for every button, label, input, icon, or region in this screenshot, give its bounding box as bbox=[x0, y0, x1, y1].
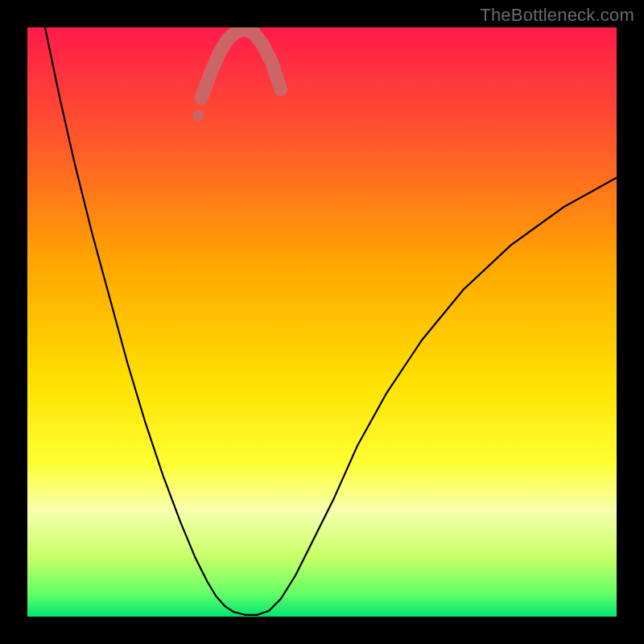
watermark-text: TheBottleneck.com bbox=[480, 5, 634, 26]
optimal-range-marker bbox=[201, 30, 281, 98]
optimal-dot-marker bbox=[192, 110, 204, 122]
chart-frame: TheBottleneck.com bbox=[0, 0, 644, 644]
plot-area bbox=[27, 27, 617, 617]
bottleneck-curve bbox=[45, 27, 617, 615]
curve-layer bbox=[27, 27, 617, 617]
